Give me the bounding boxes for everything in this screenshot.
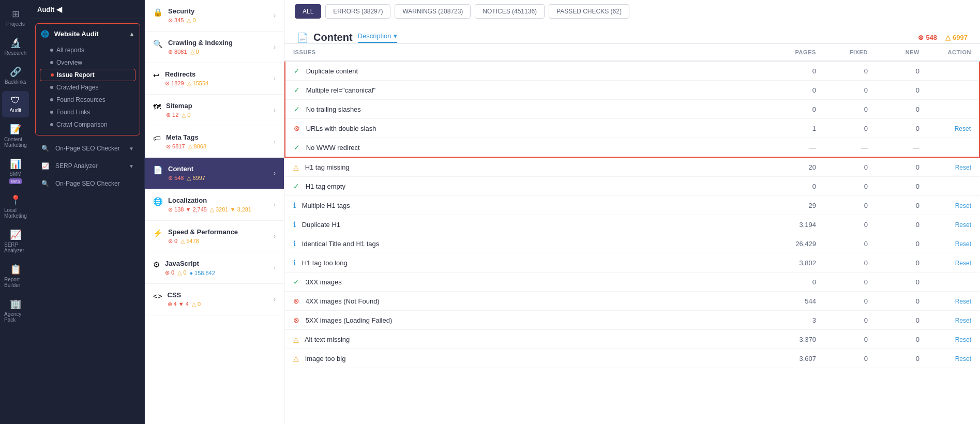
nav-item-backlinks[interactable]: 🔗 Backlinks — [2, 62, 29, 89]
sidebar-item-serp-analyzer[interactable]: 📈 SERP Analyzer ▼ — [35, 158, 140, 174]
sidebar-item-all-reports[interactable]: All reports — [40, 44, 135, 56]
sidebar-item-on-page-seo-checker[interactable]: 🔍 On-Page SEO Checker — [35, 176, 140, 191]
row-new: 0 — [876, 253, 928, 272]
row-pages: 26,429 — [762, 234, 824, 253]
row-action[interactable]: Reset — [928, 253, 979, 272]
sidebar-toggle-icon[interactable]: ◀ — [56, 5, 62, 13]
status-warning-icon: △ — [293, 163, 299, 171]
reset-action[interactable]: Reset — [955, 317, 971, 324]
row-new: 0 — [876, 157, 928, 177]
tab-all[interactable]: ALL — [295, 4, 321, 19]
issues-panel: 🔒 Security ⊗ 345 △ 0 › 🔍 Crawling & Inde… — [145, 0, 284, 424]
reset-action[interactable]: Reset — [955, 202, 971, 209]
row-action[interactable]: Reset — [928, 330, 979, 349]
nav-item-content-marketing[interactable]: 📝 Content Marketing — [2, 119, 29, 152]
report-builder-icon: 📋 — [10, 264, 21, 275]
row-issue-name: ℹ Multiple H1 tags — [285, 196, 762, 215]
issue-item-security[interactable]: 🔒 Security ⊗ 345 △ 0 › — [145, 0, 284, 32]
sidebar-item-on-page-seo[interactable]: 🔍 On-Page SEO Checker ▼ — [35, 141, 140, 156]
reset-action[interactable]: Reset — [955, 260, 971, 267]
nav-item-research[interactable]: 🔬 Research — [2, 33, 29, 60]
issue-item-content[interactable]: 📄 Content ⊗ 548 △ 6997 › — [145, 158, 284, 189]
nav-item-local-marketing[interactable]: 📍 Local Marketing — [2, 190, 29, 223]
status-ok-icon: ✓ — [293, 278, 299, 286]
row-fixed: — — [824, 138, 876, 158]
nav-item-smm[interactable]: 📊 SMM Beta — [2, 154, 29, 188]
website-audit-title[interactable]: 🌐 Website Audit ▲ — [40, 28, 135, 40]
issue-item-speed[interactable]: ⚡ Speed & Performance ⊗ 0 △ 5478 › — [145, 221, 284, 252]
row-action[interactable]: Reset — [928, 311, 979, 330]
speed-name: Speed & Performance — [168, 228, 238, 236]
dot-icon — [50, 123, 53, 126]
row-action[interactable]: Reset — [928, 157, 979, 177]
issue-item-meta-tags[interactable]: 🏷 Meta Tags ⊗ 6817 △ 9868 › — [145, 126, 284, 158]
issue-item-css[interactable]: <> CSS ⊗ 4 ▼ 4 △ 0 › — [145, 284, 284, 315]
header-warning-badge: △ 6997 — [945, 34, 968, 41]
reset-action[interactable]: Reset — [955, 336, 971, 343]
row-action[interactable]: Reset — [928, 292, 979, 311]
status-info-icon: ℹ — [293, 239, 296, 248]
sidebar-item-issue-report[interactable]: Issue Report — [40, 69, 135, 81]
javascript-icon: ⚙ — [153, 260, 160, 269]
reset-action[interactable]: Reset — [955, 164, 971, 171]
nav-item-projects[interactable]: ⊞ Projects — [2, 4, 29, 31]
row-action[interactable]: Reset — [928, 234, 979, 253]
row-new: 0 — [876, 196, 928, 215]
row-action[interactable]: Reset — [928, 349, 979, 368]
issue-item-sitemap[interactable]: 🗺 Sitemap ⊗ 12 △ 0 › — [145, 95, 284, 126]
tab-errors[interactable]: ERRORS (38297) — [325, 4, 390, 19]
smm-beta-badge: Beta — [9, 178, 22, 184]
sidebar-item-crawl-comparison[interactable]: Crawl Comparison — [40, 118, 135, 131]
row-action — [928, 61, 979, 81]
sidebar-item-found-resources[interactable]: Found Resources — [40, 94, 135, 106]
issue-item-crawling[interactable]: 🔍 Crawling & Indexing ⊗ 8081 △ 0 › — [145, 32, 284, 63]
redirects-error-badge: ⊗ 1829 — [165, 80, 184, 87]
row-fixed: 0 — [824, 234, 876, 253]
security-name: Security — [168, 7, 196, 15]
serp-icon: 📈 — [41, 162, 49, 170]
row-fixed: 0 — [824, 253, 876, 272]
tab-notices[interactable]: NOTICES (451136) — [475, 4, 545, 19]
reset-action[interactable]: Reset — [955, 221, 971, 229]
sidebar-item-crawled-pages[interactable]: Crawled Pages — [40, 81, 135, 94]
smm-label: SMM — [9, 171, 21, 177]
chevron-right-icon: › — [274, 75, 276, 82]
row-pages: 1 — [762, 119, 824, 138]
row-action[interactable]: Reset — [928, 215, 979, 234]
table-row: ✓ Multiple rel="canonical" 0 0 0 — [285, 81, 979, 100]
backlinks-label: Backlinks — [5, 79, 26, 85]
tab-warnings[interactable]: WARNINGS (208723) — [395, 4, 471, 19]
on-page-seo-arrow: ▼ — [129, 146, 134, 152]
table-row: ⊗ 4XX images (Not Found) 544 0 0 Reset — [285, 292, 979, 311]
issue-item-redirects[interactable]: ↩ Redirects ⊗ 1829 △ 15554 › — [145, 63, 284, 95]
nav-item-report-builder[interactable]: 📋 Report Builder — [2, 260, 29, 292]
reset-action[interactable]: Reset — [955, 125, 971, 132]
nav-item-audit[interactable]: 🛡 Audit — [2, 91, 29, 117]
sidebar-item-found-links[interactable]: Found Links — [40, 106, 135, 118]
tab-passed[interactable]: PASSED CHECKS (62) — [549, 4, 629, 19]
nav-item-agency-pack[interactable]: 🏢 Agency Pack — [2, 294, 29, 327]
row-pages: 3,607 — [762, 349, 824, 368]
sidebar-item-overview[interactable]: Overview — [40, 56, 135, 69]
row-issue-name: ⊗ URLs with double slash — [285, 119, 762, 138]
reset-action[interactable]: Reset — [955, 355, 971, 362]
description-button[interactable]: Description ▾ — [358, 32, 397, 43]
row-action[interactable]: Reset — [928, 196, 979, 215]
redirects-icon: ↩ — [153, 71, 160, 80]
row-pages: 3,194 — [762, 215, 824, 234]
issue-item-localization[interactable]: 🌐 Localization ⊗ 138 ▼ 2,745 △ 3281 ▼ 3,… — [145, 189, 284, 221]
reset-action[interactable]: Reset — [955, 298, 971, 305]
issues-table: ISSUES PAGES FIXED NEW ACTION ✓ Duplicat… — [284, 44, 980, 368]
issue-item-javascript[interactable]: ⚙ JavaScript ⊗ 0 △ 0 ● 158,842 › — [145, 252, 284, 284]
chevron-right-icon: › — [274, 201, 276, 208]
row-fixed: 0 — [824, 100, 876, 119]
table-row: ⊗ URLs with double slash 1 0 0 Reset — [285, 119, 979, 138]
sidebar-header: Audit ◀ — [31, 0, 144, 19]
col-header-fixed: FIXED — [824, 44, 876, 61]
speed-warning-badge: △ 5478 — [180, 238, 199, 245]
row-action[interactable]: Reset — [928, 119, 979, 138]
on-page-seo-icon: 🔍 — [41, 145, 49, 152]
reset-action[interactable]: Reset — [955, 240, 971, 248]
report-builder-label: Report Builder — [4, 277, 27, 288]
nav-item-serp-analyzer[interactable]: 📈 SERP Analyzer — [2, 225, 29, 258]
